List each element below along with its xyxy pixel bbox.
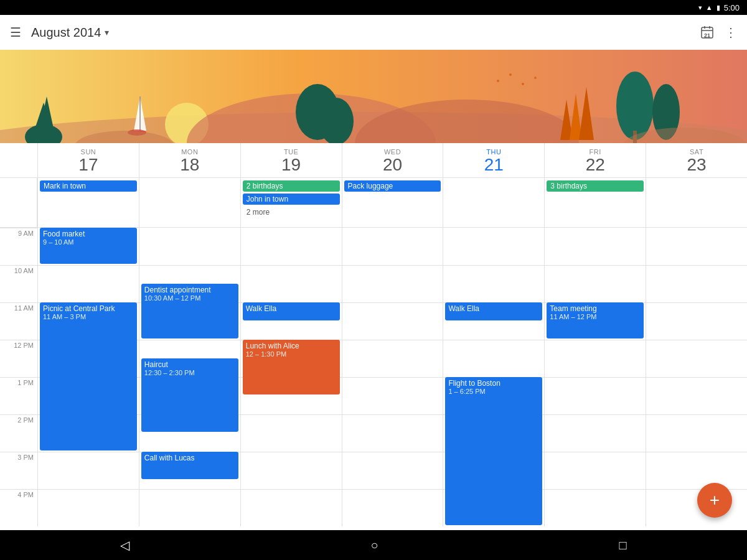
month-title[interactable]: August 2014 ▾ bbox=[31, 26, 700, 40]
today-day-badge: 21 bbox=[704, 32, 710, 39]
event-dentist-appointment[interactable]: Dentist appointment 10:30 AM – 12 PM bbox=[141, 284, 238, 338]
time-12pm: 12 PM bbox=[0, 340, 37, 377]
status-time: 5:00 bbox=[724, 3, 740, 12]
day-col-tue: Walk Ella Lunch with Alice 12 – 1:30 PM bbox=[240, 228, 342, 526]
event-lunch-with-alice[interactable]: Lunch with Alice 12 – 1:30 PM bbox=[243, 340, 340, 394]
day-col-mon: Dentist appointment 10:30 AM – 12 PM Hai… bbox=[139, 228, 240, 526]
fab-add-button[interactable]: + bbox=[697, 483, 732, 518]
day-header-mon: MON 18 bbox=[139, 143, 240, 177]
event-john-in-town[interactable]: John in town bbox=[243, 194, 340, 205]
event-food-market[interactable]: Food market 9 – 10 AM bbox=[40, 228, 137, 264]
time-grid: 9 AM 10 AM 11 AM 12 PM 1 PM 2 PM 3 PM 4 … bbox=[0, 228, 747, 530]
allday-tue: 2 birthdays John in town 2 more bbox=[240, 178, 342, 227]
day-header-fri: FRI 22 bbox=[544, 143, 646, 177]
allday-sat bbox=[646, 178, 747, 227]
day-col-sun: Food market 9 – 10 AM Picnic at Central … bbox=[37, 228, 139, 526]
calendar-container: SUN 17 MON 18 TUE 19 WED 20 THU 21 FRI 2… bbox=[0, 143, 747, 530]
allday-fri: 3 birthdays bbox=[544, 178, 646, 227]
event-picnic-central-park[interactable]: Picnic at Central Park 11 AM – 3 PM bbox=[40, 302, 137, 450]
day-headers: SUN 17 MON 18 TUE 19 WED 20 THU 21 FRI 2… bbox=[0, 143, 747, 178]
battery-icon: ▮ bbox=[716, 4, 720, 12]
day-header-sat: SAT 23 bbox=[646, 143, 747, 177]
allday-sun: Mark in town bbox=[37, 178, 139, 227]
svg-point-20 bbox=[616, 72, 654, 140]
recents-button[interactable]: □ bbox=[619, 538, 626, 553]
svg-point-24 bbox=[509, 73, 512, 76]
wifi-icon: ▾ bbox=[698, 4, 702, 12]
day-header-tue: TUE 19 bbox=[240, 143, 342, 177]
event-walk-ella-thu[interactable]: Walk Ella bbox=[445, 302, 542, 320]
time-1pm: 1 PM bbox=[0, 377, 37, 414]
svg-point-26 bbox=[534, 77, 537, 79]
svg-point-23 bbox=[497, 80, 499, 82]
event-walk-ella-tue[interactable]: Walk Ella bbox=[243, 302, 340, 320]
time-11am: 11 AM bbox=[0, 302, 37, 340]
event-2-birthdays-tue[interactable]: 2 birthdays bbox=[243, 180, 340, 192]
signal-icon: ▲ bbox=[706, 4, 713, 11]
bottom-nav: ◁ ○ □ bbox=[0, 530, 747, 560]
home-button[interactable]: ○ bbox=[370, 538, 378, 553]
svg-point-25 bbox=[522, 83, 524, 85]
day-header-wed: WED 20 bbox=[342, 143, 443, 177]
day-header-thu: THU 21 bbox=[443, 143, 544, 177]
month-label: August 2014 bbox=[31, 26, 101, 40]
toolbar-actions: 21 ⋮ bbox=[700, 25, 737, 40]
status-bar: ▾ ▲ ▮ 5:00 bbox=[0, 0, 747, 15]
dropdown-arrow: ▾ bbox=[105, 27, 109, 37]
time-2pm: 2 PM bbox=[0, 414, 37, 452]
day-col-sat bbox=[646, 228, 747, 526]
hero-banner bbox=[0, 50, 747, 143]
svg-point-16 bbox=[319, 98, 354, 143]
event-flight-to-boston[interactable]: Flight to Boston 1 – 6:25 PM bbox=[445, 377, 542, 525]
event-call-with-lucas[interactable]: Call with Lucas bbox=[141, 452, 238, 479]
allday-thu bbox=[443, 178, 544, 227]
allday-mon bbox=[139, 178, 240, 227]
toolbar: ☰ August 2014 ▾ 21 ⋮ bbox=[0, 15, 747, 50]
event-haircut[interactable]: Haircut 12:30 – 2:30 PM bbox=[141, 358, 238, 432]
time-labels: 9 AM 10 AM 11 AM 12 PM 1 PM 2 PM 3 PM 4 … bbox=[0, 228, 37, 530]
event-mark-in-town[interactable]: Mark in town bbox=[40, 180, 137, 192]
today-button[interactable]: 21 bbox=[700, 25, 715, 40]
event-pack-luggage[interactable]: Pack luggage bbox=[344, 180, 441, 192]
more-events-tue[interactable]: 2 more bbox=[243, 207, 340, 218]
back-button[interactable]: ◁ bbox=[120, 538, 129, 553]
allday-row: Mark in town 2 birthdays John in town 2 … bbox=[0, 178, 747, 228]
menu-button[interactable]: ☰ bbox=[10, 25, 21, 40]
more-button[interactable]: ⋮ bbox=[725, 25, 737, 40]
event-3-birthdays-fri[interactable]: 3 birthdays bbox=[547, 180, 644, 192]
day-col-fri: Team meeting 11 AM – 12 PM bbox=[544, 228, 646, 526]
day-col-thu: Walk Ella Flight to Boston 1 – 6:25 PM bbox=[443, 228, 544, 526]
event-team-meeting[interactable]: Team meeting 11 AM – 12 PM bbox=[547, 302, 644, 338]
time-10am: 10 AM bbox=[0, 265, 37, 302]
day-col-wed bbox=[342, 228, 443, 526]
day-header-sun: SUN 17 bbox=[37, 143, 139, 177]
allday-wed: Pack luggage bbox=[342, 178, 443, 227]
time-3pm: 3 PM bbox=[0, 452, 37, 489]
time-4pm: 4 PM bbox=[0, 489, 37, 526]
time-9am: 9 AM bbox=[0, 228, 37, 265]
